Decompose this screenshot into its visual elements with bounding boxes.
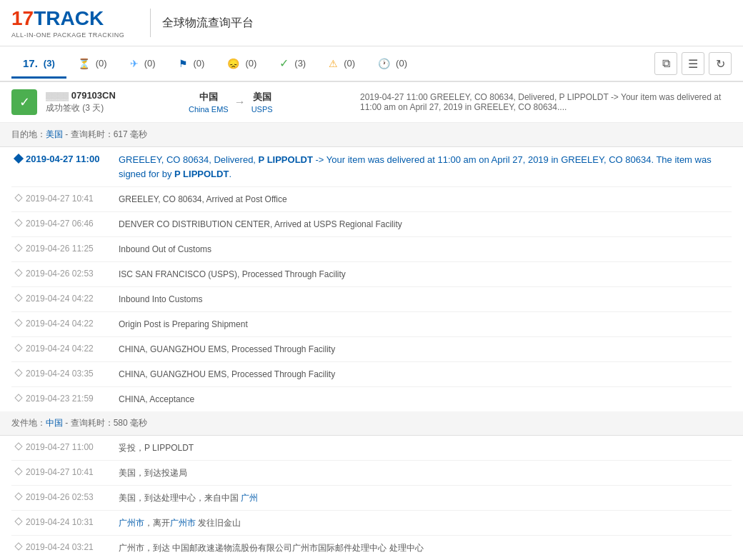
route-arrow: → bbox=[234, 96, 246, 109]
platform-title: 全球物流查询平台 bbox=[162, 16, 254, 31]
event-desc-6: Origin Post is Preparing Shipment bbox=[119, 318, 732, 331]
origin-diamond-2 bbox=[14, 492, 22, 500]
origin-country: 中国 bbox=[199, 91, 218, 104]
dest-event-3: 2019-04-26 11:25 Inbound Out of Customs bbox=[11, 237, 732, 262]
origin-section-label: 发件地：中国 - 查询耗时：580 毫秒 bbox=[11, 418, 147, 428]
diamond-icon-3 bbox=[14, 244, 22, 251]
dest-country-link[interactable]: 美国 bbox=[46, 129, 63, 139]
dest-country: 美国 bbox=[253, 91, 271, 104]
guangzhou-link-1[interactable]: 广州 bbox=[241, 493, 258, 503]
tab-expired[interactable]: 🕐 (0) bbox=[366, 51, 419, 79]
event-time-2: 2019-04-27 06:46 bbox=[26, 218, 119, 229]
tab-delivered-count: (3) bbox=[294, 58, 306, 69]
diamond-icon-6 bbox=[14, 319, 22, 326]
tab-alert-icon: ⚠ bbox=[329, 58, 338, 69]
event-time-8: 2019-04-24 03:35 bbox=[26, 368, 119, 379]
tab-actions: ⧉ ☰ ↻ bbox=[654, 46, 732, 81]
origin-section-header: 发件地：中国 - 查询耗时：580 毫秒 bbox=[0, 411, 743, 436]
guangzhou-link-3[interactable]: 广州市 bbox=[170, 518, 196, 528]
event-time-4: 2019-04-26 02:53 bbox=[26, 268, 119, 279]
origin-dot-0 bbox=[11, 441, 26, 449]
origin-timeline: 2019-04-27 11:00 妥投，P LIPPOLDT 2019-04-2… bbox=[0, 436, 743, 560]
tracking-number[interactable]: ▓▓▓▓ 079103CN bbox=[46, 90, 189, 101]
table-button[interactable]: ☰ bbox=[682, 52, 704, 75]
dot-7 bbox=[11, 343, 26, 351]
status-icon: ✓ bbox=[19, 94, 30, 110]
dot-4 bbox=[11, 268, 26, 276]
dest-event-4: 2019-04-26 02:53 ISC SAN FRANCISCO (USPS… bbox=[11, 262, 732, 287]
tab-undelivered-count: (0) bbox=[245, 58, 256, 69]
diamond-icon-7 bbox=[14, 344, 22, 351]
event-time-5: 2019-04-24 04:22 bbox=[26, 293, 119, 304]
origin-diamond-1 bbox=[14, 467, 22, 475]
diamond-icon-9 bbox=[14, 394, 22, 401]
origin-country-link[interactable]: 中国 bbox=[46, 418, 63, 428]
event-desc-4: ISC SAN FRANCISCO (USPS), Processed Thro… bbox=[119, 268, 732, 281]
origin-event-time-1: 2019-04-27 10:41 bbox=[26, 466, 119, 477]
logo: 17 TRACK ALL-IN-ONE PACKAGE TRACKING bbox=[11, 7, 124, 39]
dot-0 bbox=[11, 153, 26, 162]
origin-event-desc-3: 广州市，离开广州市 发往旧金山 bbox=[119, 516, 732, 529]
logo-text-row: 17 TRACK bbox=[11, 7, 124, 30]
origin-event-2: 2019-04-26 02:53 美国，到达处理中心，来自中国 广州 bbox=[11, 486, 732, 511]
dest-timeline: 2019-04-27 11:00 GREELEY, CO 80634, Deli… bbox=[0, 147, 743, 411]
origin-dot-3 bbox=[11, 516, 26, 524]
dest-section-header: 目的地：美国 - 查询耗时：617 毫秒 bbox=[0, 123, 743, 147]
origin-dot-2 bbox=[11, 491, 26, 499]
tab-pickup[interactable]: ⚑ (0) bbox=[167, 51, 216, 79]
tab-alert[interactable]: ⚠ (0) bbox=[317, 51, 366, 79]
origin-carrier: China EMS bbox=[189, 105, 229, 114]
tab-pickup-count: (0) bbox=[194, 58, 205, 69]
event-desc-2: DENVER CO DISTRIBUTION CENTER, Arrived a… bbox=[119, 218, 732, 231]
event-time-1: 2019-04-27 10:41 bbox=[26, 193, 119, 204]
dot-2 bbox=[11, 218, 26, 226]
status-badge: ✓ bbox=[11, 89, 37, 115]
diamond-icon-4 bbox=[14, 269, 22, 276]
origin-event-0: 2019-04-27 11:00 妥投，P LIPPOLDT bbox=[11, 436, 732, 461]
logo-track: TRACK bbox=[34, 7, 104, 30]
origin-diamond-0 bbox=[14, 442, 22, 450]
origin-col: 中国 China EMS bbox=[189, 91, 229, 114]
package-info: ▓▓▓▓ 079103CN 成功签收 (3 天) bbox=[46, 90, 189, 114]
event-time-9: 2019-04-23 21:59 bbox=[26, 393, 119, 404]
tab-alert-count: (0) bbox=[344, 58, 355, 69]
tab-pending[interactable]: ⏳ (0) bbox=[66, 51, 119, 79]
package-status-text: 成功签收 (3 天) bbox=[46, 102, 189, 114]
diamond-icon-1 bbox=[14, 194, 22, 201]
event-desc-5: Inbound Into Customs bbox=[119, 293, 732, 306]
dot-5 bbox=[11, 293, 26, 301]
tab-transit-count: (0) bbox=[144, 58, 156, 69]
event-desc-8: CHINA, GUANGZHOU EMS, Processed Through … bbox=[119, 368, 732, 381]
refresh-button[interactable]: ↻ bbox=[709, 52, 732, 75]
tab-bar: 17. (3) ⏳ (0) ✈ (0) ⚑ (0) 😞 (0) ✓ (3) ⚠ … bbox=[0, 46, 743, 82]
dest-event-6: 2019-04-24 04:22 Origin Post is Preparin… bbox=[11, 312, 732, 337]
diamond-icon-2 bbox=[14, 219, 22, 226]
dest-event-0: 2019-04-27 11:00 GREELEY, CO 80634, Deli… bbox=[11, 147, 732, 187]
origin-event-desc-2: 美国，到达处理中心，来自中国 广州 bbox=[119, 491, 732, 504]
tab-all-count: (3) bbox=[44, 58, 55, 69]
diamond-icon-5 bbox=[14, 294, 22, 301]
copy-button[interactable]: ⧉ bbox=[654, 52, 677, 75]
event-desc-7: CHINA, GUANGZHOU EMS, Processed Through … bbox=[119, 343, 732, 356]
diamond-icon-0 bbox=[14, 154, 24, 164]
tab-undelivered[interactable]: 😞 (0) bbox=[216, 51, 268, 79]
dest-event-2: 2019-04-27 06:46 DENVER CO DISTRIBUTION … bbox=[11, 212, 732, 237]
origin-event-4: 2019-04-24 03:21 广州市，到达 中国邮政速递物流股份有限公司广州… bbox=[11, 536, 732, 560]
event-time-7: 2019-04-24 04:22 bbox=[26, 343, 119, 354]
diamond-icon-8 bbox=[14, 369, 22, 376]
tab-transit[interactable]: ✈ (0) bbox=[119, 51, 167, 79]
dest-section-label: 目的地：美国 - 查询耗时：617 毫秒 bbox=[11, 129, 147, 139]
origin-event-desc-1: 美国，到达投递局 bbox=[119, 466, 732, 479]
logo-sub: ALL-IN-ONE PACKAGE TRACKING bbox=[11, 31, 124, 39]
dest-event-5: 2019-04-24 04:22 Inbound Into Customs bbox=[11, 287, 732, 312]
dot-6 bbox=[11, 318, 26, 326]
origin-event-time-0: 2019-04-27 11:00 bbox=[26, 441, 119, 452]
route-info: 中国 China EMS → 美国 USPS bbox=[189, 91, 360, 114]
header: 17 TRACK ALL-IN-ONE PACKAGE TRACKING 全球物… bbox=[0, 0, 743, 46]
tab-delivered[interactable]: ✓ (3) bbox=[268, 49, 317, 79]
guangzhou-link-2[interactable]: 广州市 bbox=[119, 518, 144, 528]
tab-all[interactable]: 17. (3) bbox=[11, 50, 66, 79]
origin-event-desc-0: 妥投，P LIPPOLDT bbox=[119, 441, 732, 454]
tab-pending-count: (0) bbox=[96, 58, 107, 69]
origin-diamond-3 bbox=[14, 517, 22, 525]
